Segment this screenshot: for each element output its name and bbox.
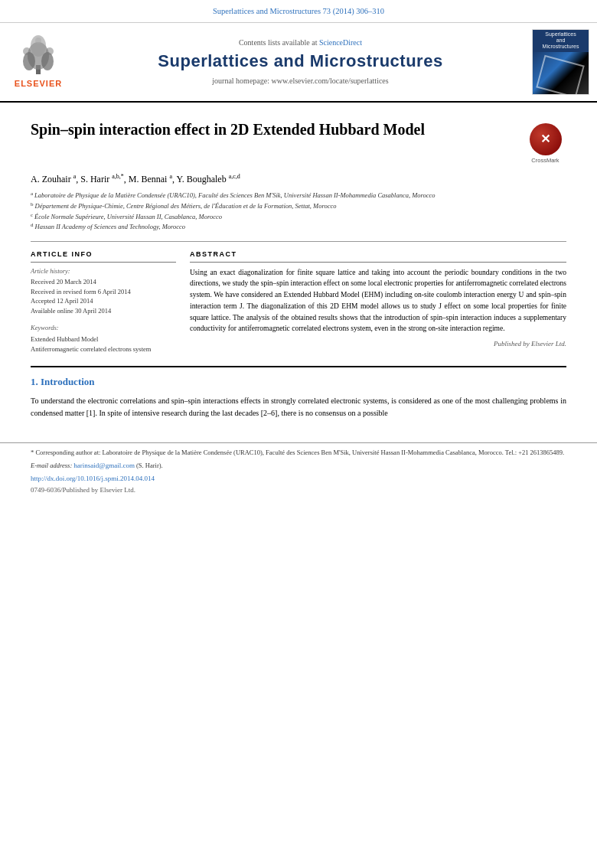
doi-link[interactable]: http://dx.doi.org/10.1016/j.spmi.2014.04… (31, 474, 566, 484)
affil-text-d: Hassan II Academy of Sciences and Techno… (35, 222, 186, 232)
svg-point-3 (41, 52, 54, 70)
abstract-column: ABSTRACT Using an exact diagonalization … (190, 250, 566, 355)
svg-point-5 (23, 47, 31, 55)
affil-text-c: École Normale Supérieure, Université Has… (34, 212, 222, 222)
available-date: Available online 30 April 2014 (31, 307, 176, 316)
author-zouhair: A. Zouhair a, (31, 174, 80, 184)
cover-top: Superlattices and Microstructures (533, 30, 589, 52)
keywords-section: Keywords: Extended Hubbard Model Antifer… (31, 324, 176, 354)
accepted-date: Accepted 12 April 2014 (31, 297, 176, 306)
author-bennai: M. Bennai a, (129, 174, 177, 184)
affil-text-a: Laboratoire de Physique de la Matière Co… (34, 191, 436, 201)
cover-image (532, 52, 589, 94)
page: Superlattices and Microstructures 73 (20… (0, 0, 597, 868)
article-content: Spin–spin interaction effect in 2D Exten… (0, 103, 597, 427)
email-label: E-mail address: (31, 462, 72, 469)
corresponding-text: * Corresponding author at: Laboratoire d… (31, 449, 564, 456)
corresponding-note: * Corresponding author at: Laboratoire d… (31, 448, 566, 458)
article-info-column: ARTICLE INFO Article history: Received 2… (31, 250, 176, 355)
keyword-2: Antiferromagnetic correlated electrons s… (31, 345, 176, 354)
journal-homepage: journal homepage: www.elsevier.com/locat… (212, 76, 388, 86)
sciencedirect-line: Contents lists available at ScienceDirec… (239, 38, 362, 48)
footer: * Corresponding author at: Laboratoire d… (0, 442, 597, 494)
svg-point-7 (35, 38, 41, 44)
contents-text: Contents lists available at (239, 38, 317, 47)
sciencedirect-link[interactable]: ScienceDirect (319, 38, 362, 47)
introduction-text: To understand the electronic correlation… (31, 395, 566, 419)
abstract-heading: ABSTRACT (190, 250, 566, 263)
affil-d: d Hassan II Academy of Sciences and Tech… (31, 222, 566, 232)
article-info-heading: ARTICLE INFO (31, 250, 176, 263)
keywords-label: Keywords: (31, 324, 176, 333)
abstract-text: Using an exact diagonalization for finit… (190, 267, 566, 334)
crossmark-icon[interactable] (530, 123, 562, 155)
affil-sup-d: d (31, 223, 34, 232)
crossmark-badge-container: CrossMark (524, 123, 566, 165)
history-label: Article history: (31, 267, 176, 276)
journal-title: Superlattices and Microstructures (158, 50, 442, 73)
email-link[interactable]: harinsaid@gmail.com (73, 462, 135, 469)
article-title-section: Spin–spin interaction effect in 2D Exten… (31, 113, 566, 165)
received-revised-date: Received in revised form 6 April 2014 (31, 288, 176, 297)
journal-cover: Superlattices and Microstructures (532, 29, 589, 95)
cover-title: Superlattices and Microstructures (543, 31, 579, 51)
introduction-heading: 1. Introduction (31, 375, 566, 389)
keyword-1: Extended Hubbard Model (31, 335, 176, 344)
authors-line: A. Zouhair a, S. Harir a,b,*, M. Bennai … (31, 172, 566, 186)
thick-divider (31, 366, 566, 367)
email-line: E-mail address: harinsaid@gmail.com (S. … (31, 461, 566, 472)
svg-point-2 (23, 52, 35, 70)
affil-sup-b: b (31, 202, 34, 211)
received-date: Received 20 March 2014 (31, 278, 176, 287)
two-column-section: ARTICLE INFO Article history: Received 2… (31, 250, 566, 355)
email-suffix: (S. Harir). (136, 462, 163, 469)
elsevier-logo: ELSEVIER (8, 29, 69, 95)
journal-center: Contents lists available at ScienceDirec… (77, 29, 524, 95)
affil-c: c École Normale Supérieure, Université H… (31, 212, 566, 222)
article-title: Spin–spin interaction effect in 2D Exten… (31, 119, 517, 139)
journal-citation-link[interactable]: Superlattices and Microstructures 73 (20… (213, 7, 384, 15)
elsevier-tree-icon (15, 34, 61, 77)
author-boughaleb: Y. Boughaleb a,c,d (177, 174, 240, 184)
affil-a: a Laboratoire de Physique de la Matière … (31, 191, 566, 201)
affil-sup-c: c (31, 213, 33, 222)
svg-point-6 (46, 47, 54, 55)
affil-text-b: Département de Physique-Chimie, Centre R… (35, 201, 337, 211)
affiliations: a Laboratoire de Physique de la Matière … (31, 191, 566, 232)
affil-sup-a: a (31, 191, 33, 201)
divider-1 (31, 241, 566, 242)
published-by: Published by Elsevier Ltd. (190, 339, 566, 349)
homepage-text: journal homepage: www.elsevier.com/locat… (212, 77, 388, 85)
affil-b: b Département de Physique-Chimie, Centre… (31, 201, 566, 211)
crossmark-label: CrossMark (531, 157, 559, 165)
author-harir: S. Harir a,b,*, (80, 174, 129, 184)
journal-header: ELSEVIER Contents lists available at Sci… (0, 23, 597, 103)
intro-body: To understand the electronic correlation… (31, 396, 566, 417)
issn-text: 0749-6036/Published by Elsevier Ltd. (31, 485, 566, 495)
elsevier-label: ELSEVIER (15, 78, 62, 90)
journal-citation: Superlattices and Microstructures 73 (20… (0, 0, 597, 23)
